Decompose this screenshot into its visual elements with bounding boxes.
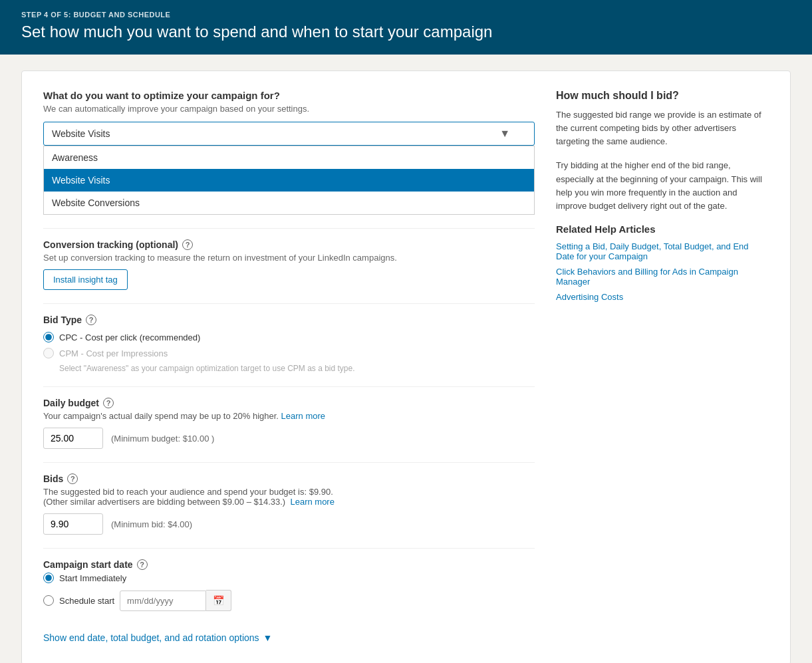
optimize-selected-value: Website Visits xyxy=(52,128,110,139)
optimize-select[interactable]: Website Visits ▼ xyxy=(43,122,535,146)
bid-cpc-radio[interactable] xyxy=(43,332,54,342)
bid-cpm-label: CPM - Cost per Impressions xyxy=(59,348,168,358)
bids-label: Bids ? xyxy=(43,473,535,484)
install-insight-tag-button[interactable]: Install insight tag xyxy=(43,269,128,290)
daily-budget-input-row: (Minimum budget: $10.00 ) xyxy=(43,428,535,449)
optimize-option-website-conversions[interactable]: Website Conversions xyxy=(44,192,534,214)
bids-desc: The suggested bid to reach your audience… xyxy=(43,487,535,507)
sidebar-body-1: The suggested bid range we provide is an… xyxy=(556,108,769,148)
main-card: What do you want to optimize your campai… xyxy=(21,70,791,663)
bids-section: Bids ? The suggested bid to reach your a… xyxy=(43,462,535,535)
conversion-section: Conversion tracking (optional) ? Set up … xyxy=(43,228,535,290)
daily-budget-learn-more[interactable]: Learn more xyxy=(281,411,325,421)
related-link-2[interactable]: Advertising Costs xyxy=(556,292,769,302)
form-section: What do you want to optimize your campai… xyxy=(43,90,535,643)
bid-cpm-radio[interactable] xyxy=(43,348,54,358)
daily-budget-help-icon[interactable]: ? xyxy=(103,398,114,408)
related-help-heading: Related Help Articles xyxy=(556,223,769,235)
start-immediately-option: Start Immediately xyxy=(43,573,535,583)
bid-type-title: Bid Type ? xyxy=(43,315,535,325)
optimize-title: What do you want to optimize your campai… xyxy=(43,90,535,101)
show-end-date-link[interactable]: Show end date, total budget, and ad rota… xyxy=(43,632,272,643)
conversion-description: Set up conversion tracking to measure th… xyxy=(43,253,535,263)
daily-budget-label: Daily budget ? xyxy=(43,398,535,408)
daily-budget-input[interactable] xyxy=(43,428,103,449)
bid-cpm-sub: Select "Awareness" as your campaign opti… xyxy=(59,364,535,373)
sidebar-body-2: Try bidding at the higher end of the bid… xyxy=(556,159,769,213)
daily-budget-desc: Your campaign's actual daily spend may b… xyxy=(43,411,535,421)
chevron-down-icon: ▼ xyxy=(263,632,273,643)
optimize-select-wrap: Website Visits ▼ Awareness Website Visit… xyxy=(43,122,535,215)
sidebar-heading: How much should I bid? xyxy=(556,90,769,102)
bid-type-section: Bid Type ? CPC - Cost per click (recomme… xyxy=(43,303,535,373)
optimize-dropdown-list: Awareness Website Visits Website Convers… xyxy=(43,146,535,215)
step-label: Step 4 of 5: Budget and Schedule xyxy=(21,11,791,19)
page-header: Step 4 of 5: Budget and Schedule Set how… xyxy=(0,0,812,55)
related-link-0[interactable]: Setting a Bid, Daily Budget, Total Budge… xyxy=(556,241,769,261)
bids-hint: (Minimum bid: $4.00) xyxy=(111,519,192,529)
optimize-section: What do you want to optimize your campai… xyxy=(43,90,535,215)
date-input-wrap: 📅 xyxy=(120,590,231,611)
bid-cpc-option: CPC - Cost per click (recommended) xyxy=(43,332,535,342)
conversion-help-icon[interactable]: ? xyxy=(182,239,193,250)
optimize-option-website-visits[interactable]: Website Visits xyxy=(44,169,534,192)
sidebar-section: How much should I bid? The suggested bid… xyxy=(556,90,769,643)
schedule-start-option: Schedule start 📅 xyxy=(43,590,535,611)
bid-type-help-icon[interactable]: ? xyxy=(86,315,96,325)
optimize-subtitle: We can automatically improve your campai… xyxy=(43,104,535,114)
start-immediately-radio[interactable] xyxy=(43,573,54,583)
bids-input-row: (Minimum bid: $4.00) xyxy=(43,513,535,535)
related-link-1[interactable]: Click Behaviors and Billing for Ads in C… xyxy=(556,267,769,287)
date-input[interactable] xyxy=(120,591,206,611)
bid-cpm-option: CPM - Cost per Impressions xyxy=(43,348,535,358)
page-title: Set how much you want to spend and when … xyxy=(21,23,791,41)
calendar-icon[interactable]: 📅 xyxy=(206,590,231,611)
optimize-option-awareness[interactable]: Awareness xyxy=(44,146,534,169)
chevron-down-icon: ▼ xyxy=(499,128,510,140)
conversion-title: Conversion tracking (optional) ? xyxy=(43,239,535,250)
bids-help-icon[interactable]: ? xyxy=(67,473,78,484)
start-immediately-label: Start Immediately xyxy=(59,573,126,583)
bids-input[interactable] xyxy=(43,513,103,535)
daily-budget-section: Daily budget ? Your campaign's actual da… xyxy=(43,386,535,449)
bids-learn-more[interactable]: Learn more xyxy=(290,497,334,507)
start-date-help-icon[interactable]: ? xyxy=(137,559,148,570)
schedule-start-label: Schedule start xyxy=(59,596,114,606)
schedule-start-radio[interactable] xyxy=(43,595,54,606)
bid-cpc-label: CPC - Cost per click (recommended) xyxy=(59,332,200,342)
main-content: What do you want to optimize your campai… xyxy=(0,55,812,663)
start-date-section: Campaign start date ? Start Immediately … xyxy=(43,548,535,643)
start-date-label: Campaign start date ? xyxy=(43,559,535,570)
daily-budget-hint: (Minimum budget: $10.00 ) xyxy=(111,434,214,444)
